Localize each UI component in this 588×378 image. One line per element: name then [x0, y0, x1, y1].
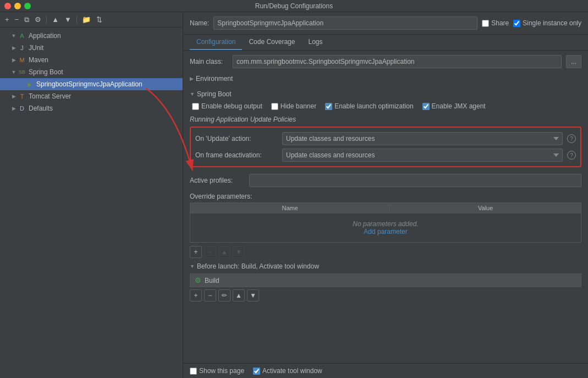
tree-item-junit[interactable]: J JUnit [0, 42, 183, 54]
single-instance-label: Single instance only [523, 19, 581, 27]
window-title: Run/Debug Configurations [255, 2, 333, 10]
bottom-checkbox-row: Show this page Activate tool window [183, 363, 588, 378]
arrow-springboot [10, 68, 18, 76]
browse-button[interactable]: ... [566, 55, 581, 68]
name-input[interactable] [213, 17, 477, 30]
environment-label: Environment [196, 75, 233, 83]
launch-optimization-item: Enable launch optimization [325, 102, 413, 110]
up-launch-button[interactable]: ▲ [233, 289, 245, 302]
params-mini-toolbar: + − ▲ ▼ [190, 246, 581, 258]
add-launch-button[interactable]: + [190, 289, 202, 302]
before-launch-header[interactable]: ▼ Before launch: Build, Activate tool wi… [190, 262, 581, 270]
tree-label-springboot: Spring Boot [29, 68, 63, 76]
copy-config-button[interactable]: ⧉ [23, 15, 31, 25]
before-launch-arrow: ▼ [190, 264, 195, 269]
debug-output-checkbox[interactable] [192, 103, 199, 110]
arrow-springboot-app [18, 80, 25, 88]
update-action-row: On 'Update' action: Update classes and r… [195, 132, 576, 145]
tab-configuration[interactable]: Configuration [190, 35, 242, 50]
up-param-button[interactable]: ▲ [218, 246, 230, 258]
edit-launch-button[interactable]: ✏ [218, 289, 230, 302]
maximize-button[interactable] [24, 3, 31, 9]
tree-label-application: Application [29, 32, 61, 40]
folder-button[interactable]: 📁 [80, 15, 92, 24]
build-label: Build [205, 277, 219, 284]
debug-output-item: Enable debug output [192, 102, 262, 110]
down-launch-button[interactable]: ▼ [247, 289, 259, 302]
single-instance-checkbox[interactable] [513, 20, 520, 27]
launch-optimization-label: Enable launch optimization [334, 102, 413, 110]
activate-tool-item: Activate tool window [253, 367, 322, 375]
maven-icon: M [18, 56, 26, 64]
springboot-section-header[interactable]: ▼ Spring Boot [190, 88, 581, 100]
col-value: Value [390, 203, 581, 213]
override-params-label: Override parameters: [190, 193, 252, 200]
tab-logs[interactable]: Logs [301, 35, 329, 50]
tree-item-maven[interactable]: M Maven [0, 54, 183, 66]
main-class-row: Main class: ... [190, 55, 581, 68]
add-config-button[interactable]: + [3, 15, 11, 24]
close-button[interactable] [4, 3, 11, 9]
tree-item-application[interactable]: A Application [0, 30, 183, 42]
main-class-input[interactable] [233, 55, 562, 68]
defaults-icon: D [18, 104, 26, 113]
activate-tool-label: Activate tool window [262, 367, 322, 375]
remove-config-button[interactable]: − [13, 15, 21, 24]
left-panel: + − ⧉ ⚙ ▲ ▼ 📁 ⇅ A Application J JUnit [0, 12, 183, 378]
frame-deactivation-help[interactable]: ? [567, 151, 576, 160]
col-name: Name [190, 203, 390, 213]
environment-section[interactable]: ▶ Environment [190, 73, 581, 85]
arrow-tomcat [10, 92, 18, 100]
share-checkbox[interactable] [482, 20, 489, 27]
hide-banner-label: Hide banner [281, 102, 316, 110]
tree-label-maven: Maven [29, 56, 48, 64]
remove-launch-button[interactable]: − [204, 289, 216, 302]
jmx-agent-checkbox[interactable] [422, 103, 430, 110]
launch-optimization-checkbox[interactable] [325, 103, 332, 110]
tabs-row: Configuration Code Coverage Logs [183, 35, 588, 51]
tab-code-coverage[interactable]: Code Coverage [242, 35, 301, 50]
tree-item-tomcat[interactable]: T Tomcat Server [0, 90, 183, 102]
content-area: Main class: ... ▶ Environment ▼ Spring B… [183, 51, 588, 363]
minimize-button[interactable] [14, 3, 21, 9]
down-button[interactable]: ▼ [63, 15, 73, 24]
share-label: Share [491, 19, 509, 27]
frame-deactivation-select[interactable]: Update classes and resources Do nothing … [282, 149, 563, 162]
junit-icon: J [18, 43, 26, 52]
add-param-link[interactable]: Add parameter [190, 228, 581, 235]
tree-label-junit: JUnit [29, 44, 43, 52]
remove-param-button[interactable]: − [204, 246, 216, 258]
sort-button[interactable]: ⇅ [95, 15, 104, 24]
frame-deactivation-label: On frame deactivation: [195, 151, 278, 159]
tree-label-defaults: Defaults [29, 105, 53, 112]
jmx-agent-item: Enable JMX agent [422, 102, 486, 110]
active-profiles-row: Active profiles: [190, 174, 581, 187]
activate-tool-checkbox[interactable] [253, 368, 260, 375]
launch-build-item: ⚙ Build [190, 273, 581, 287]
tree-item-defaults[interactable]: D Defaults [0, 102, 183, 114]
separator2 [76, 15, 77, 24]
config-toolbar: + − ⧉ ⚙ ▲ ▼ 📁 ⇅ [0, 12, 183, 28]
hide-banner-checkbox[interactable] [271, 103, 278, 110]
arrow-application [10, 32, 18, 40]
add-param-button[interactable]: + [190, 246, 202, 258]
application-icon: A [18, 31, 26, 40]
up-button[interactable]: ▲ [50, 15, 61, 24]
jmx-agent-label: Enable JMX agent [432, 102, 486, 110]
down-param-button[interactable]: ▼ [233, 246, 245, 258]
update-action-help[interactable]: ? [567, 134, 576, 143]
springboot-section-arrow: ▼ [190, 91, 195, 97]
tree-item-springboot[interactable]: SB Spring Boot [0, 66, 183, 78]
before-launch-section: ▼ Before launch: Build, Activate tool wi… [190, 262, 581, 302]
tree-item-springboot-app[interactable]: ▶ SpringbootSpringmvcJpaApplication [0, 78, 183, 90]
config-tree: A Application J JUnit M Maven SB Spring … [0, 28, 183, 378]
tomcat-icon: T [18, 92, 26, 101]
arrow-defaults [10, 105, 18, 112]
active-profiles-input[interactable] [249, 174, 581, 187]
show-page-checkbox[interactable] [190, 368, 197, 375]
show-page-item: Show this page [190, 367, 244, 375]
settings-button[interactable]: ⚙ [33, 15, 43, 24]
no-params-row: No parameters added. Add parameter [190, 213, 581, 243]
arrow-junit [10, 44, 18, 52]
update-action-select[interactable]: Update classes and resources Do nothing … [282, 132, 563, 145]
